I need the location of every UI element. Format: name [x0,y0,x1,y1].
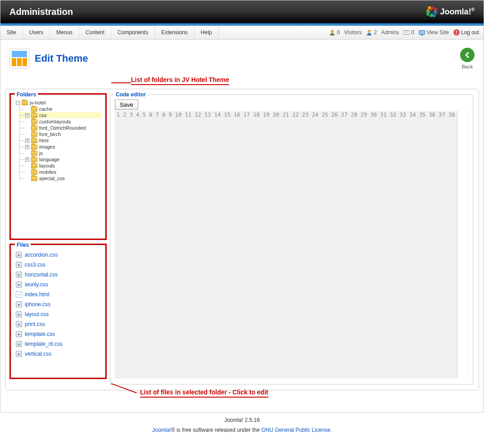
tree-toggle-icon[interactable]: + [25,145,29,149]
file-link[interactable]: template.css [25,331,55,337]
brand-reg: ® [471,7,475,12]
footer-license-link[interactable]: GNU General Public License. [261,427,332,433]
tree-label: language [39,157,59,162]
css-file-icon: ● [16,281,22,288]
tree-toggle-icon[interactable]: + [25,158,29,162]
file-link[interactable]: iphone.css [25,301,50,308]
tree-toggle-icon[interactable]: + [25,113,29,118]
tree-item[interactable]: +html [20,137,101,144]
file-item[interactable]: ●accordion.css [15,250,101,260]
page-title: Edit Theme [35,53,88,64]
back-button[interactable]: Back [460,48,475,69]
file-item[interactable]: ●css3.css [15,260,101,270]
menubar: Site Users Menus Content Components Exte… [0,26,484,40]
tree-toggle-icon[interactable]: − [16,101,20,105]
tree-item[interactable]: js [20,150,101,156]
tree-label: html [39,138,49,143]
logout-link[interactable]: ! Log out [453,29,479,36]
file-item[interactable]: index.html [15,290,101,299]
file-item[interactable]: ●template_rtl.css [15,339,101,349]
folder-icon [31,107,37,112]
tree-item[interactable]: special_css [20,175,101,181]
tree-label: mobiles [39,169,56,175]
file-list: ●accordion.css●css3.css●horizontal.css●i… [15,250,101,359]
tree-item[interactable]: +images [20,144,101,150]
menu-users[interactable]: Users [23,26,50,39]
tree-toggle-icon [25,126,29,130]
file-link[interactable]: layout.css [25,311,49,317]
file-item[interactable]: ●iphone.css [15,299,101,309]
file-link[interactable]: vertical.css [25,351,51,357]
tree-item[interactable]: font_birch [20,131,101,137]
file-item[interactable]: ●horizontal.css [15,270,101,280]
folder-icon [31,138,37,143]
css-file-icon: ● [16,331,22,337]
file-link[interactable]: accordion.css [25,252,58,258]
file-link[interactable]: index.html [25,291,50,298]
tree-item[interactable]: +css [20,112,101,118]
file-link[interactable]: css3.css [25,262,45,268]
css-file-icon: ● [16,321,22,327]
tree-item[interactable]: layouts [20,163,101,169]
content-wrap: Edit Theme Back List of folders in JV Ho… [0,40,484,412]
stat-messages[interactable]: 0 [403,29,414,36]
css-file-icon: ● [16,311,22,317]
editor-body: 1 2 3 4 5 6 7 8 9 10 11 12 13 14 15 16 1… [115,111,468,379]
tree-item[interactable]: mobiles [20,169,101,175]
tree-label: images [39,144,55,149]
files-panel: Files ●accordion.css●css3.css●horizontal… [11,245,105,378]
css-file-icon: ● [16,351,22,357]
file-link[interactable]: print.css [25,321,45,327]
tree-item[interactable]: cache [20,106,101,112]
visitors-count: 0 [337,29,340,36]
tree-root[interactable]: − jv-hotel [15,100,101,106]
main-panel: Folders − jv-hotel cache+csscustomlayout… [5,89,479,390]
header-title: Administration [9,7,73,17]
tree-label: jv-hotel [30,100,45,105]
editor-panel: Code editor Save 1 2 3 4 5 6 7 8 9 10 11… [110,95,473,385]
tree-toggle-icon[interactable]: + [25,139,29,143]
title-left: Edit Theme [9,49,88,68]
folder-icon [31,151,37,156]
menu-extensions[interactable]: Extensions [155,26,195,39]
tree-toggle-icon [25,164,29,168]
menu-content[interactable]: Content [79,26,111,39]
tree-label: css [39,113,47,118]
brand-text: Joomla! [440,7,471,16]
file-link[interactable]: ieonly.css [25,281,48,288]
file-link[interactable]: template_rtl.css [25,341,63,347]
tree-item[interactable]: +language [20,156,101,163]
envelope-icon [403,30,410,35]
save-button[interactable]: Save [115,100,138,110]
footer-brand-link[interactable]: Joomla! [152,427,171,433]
css-file-icon: ● [16,301,22,308]
editor-textarea[interactable] [458,111,468,379]
menu-menus[interactable]: Menus [50,26,79,39]
header-bar: Administration Joomla!® [0,0,484,24]
css-file-icon: ● [16,272,22,278]
menu-help[interactable]: Help [195,26,219,39]
page-icon [9,49,29,68]
css-file-icon: ● [16,252,22,258]
file-item[interactable]: ●template.css [15,329,101,339]
view-site-link[interactable]: View Site [419,29,449,36]
file-item[interactable]: ●layout.css [15,309,101,319]
folder-icon [31,132,37,137]
menu-site[interactable]: Site [0,26,23,39]
footer: Joomla! 2.5.16 Joomla!® is free software… [0,412,484,438]
right-column: Code editor Save 1 2 3 4 5 6 7 8 9 10 11… [110,95,473,385]
tree-toggle-icon [25,120,29,124]
tree-item[interactable]: font_OstrichRounded [20,125,101,131]
tree-item[interactable]: customlayouts [20,118,101,125]
footer-version: Joomla! 2.5.16 [5,417,479,423]
menu-components[interactable]: Components [111,26,155,39]
file-item[interactable]: ●vertical.css [15,349,101,359]
file-item[interactable]: ●ieonly.css [15,280,101,290]
file-item[interactable]: ●print.css [15,319,101,329]
tree-toggle-icon [25,107,29,111]
file-link[interactable]: horizontal.css [25,272,58,278]
back-label: Back [460,64,475,69]
menu-left: Site Users Menus Content Components Exte… [0,26,219,39]
person-icon [366,29,372,36]
messages-count: 0 [411,29,414,36]
